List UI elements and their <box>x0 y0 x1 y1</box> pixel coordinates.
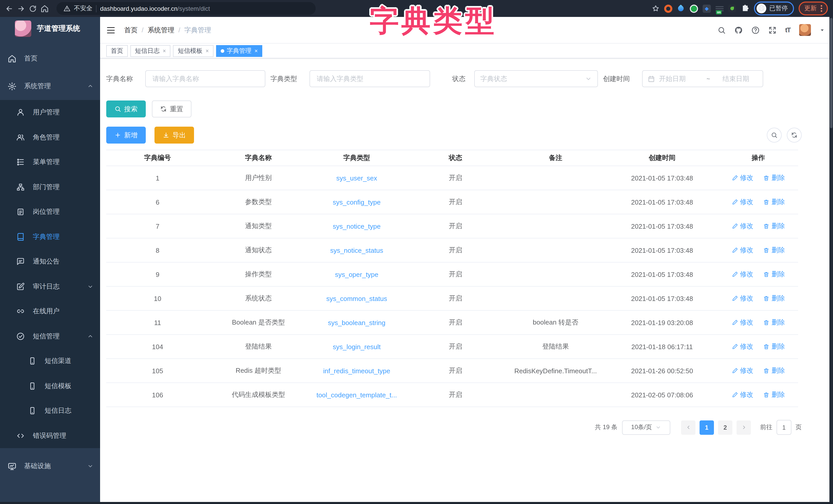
edit-link[interactable]: 修改 <box>732 173 753 182</box>
show-search-button[interactable] <box>767 128 782 143</box>
page-button-2[interactable]: 2 <box>718 420 732 434</box>
cell-dict-type-link[interactable]: sys_boolean_string <box>308 310 405 334</box>
reload-icon[interactable] <box>29 4 37 12</box>
sidebar-item-dept-mgmt[interactable]: 部门管理 <box>0 175 100 199</box>
github-icon[interactable] <box>734 26 742 34</box>
close-tab-icon[interactable]: × <box>163 48 166 54</box>
page-size-select[interactable]: 10条/页 <box>622 420 670 434</box>
dict-type-input[interactable] <box>309 70 430 87</box>
delete-link[interactable]: 删除 <box>763 197 785 207</box>
sidebar-item-system[interactable]: 系统管理 <box>0 72 100 100</box>
delete-link[interactable]: 删除 <box>763 270 785 279</box>
refresh-table-button[interactable] <box>787 128 802 143</box>
font-size-icon[interactable]: tT <box>785 26 790 34</box>
goto-page-input[interactable] <box>777 420 791 435</box>
tab-sms-log[interactable]: 短信日志 × <box>130 45 171 57</box>
delete-link[interactable]: 删除 <box>763 246 785 255</box>
extension-icon-2[interactable] <box>677 4 685 12</box>
sidebar-item-menu-mgmt[interactable]: 菜单管理 <box>0 150 100 175</box>
prev-page-button[interactable] <box>681 420 695 434</box>
app-logo-row[interactable]: 芋道管理系统 <box>0 17 100 41</box>
delete-link[interactable]: 删除 <box>763 342 785 351</box>
edit-link[interactable]: 修改 <box>732 270 753 279</box>
sidebar-item-post-mgmt[interactable]: 岗位管理 <box>0 199 100 224</box>
sidebar-item-role-mgmt[interactable]: 角色管理 <box>0 125 100 150</box>
edit-link[interactable]: 修改 <box>732 222 753 231</box>
browser-home-icon[interactable] <box>41 4 49 12</box>
edit-link[interactable]: 修改 <box>732 246 753 255</box>
browser-update-chip[interactable]: 更新 <box>799 2 828 16</box>
sidebar-item-online-users[interactable]: 在线用户 <box>0 299 100 324</box>
edit-link[interactable]: 修改 <box>732 390 753 399</box>
bookmark-star-icon[interactable] <box>652 5 660 12</box>
tab-dict-mgmt[interactable]: 字典管理 × <box>216 45 263 57</box>
sidebar-item-sms-log[interactable]: 短信日志 <box>0 398 100 423</box>
close-tab-icon[interactable]: × <box>255 48 258 54</box>
edit-link[interactable]: 修改 <box>732 318 753 327</box>
cell-dict-type-link[interactable]: sys_oper_type <box>308 262 405 286</box>
sidebar-item-error-code[interactable]: 错误码管理 <box>0 423 100 448</box>
scrollbar-thumb[interactable] <box>830 18 832 128</box>
next-page-button[interactable] <box>737 420 751 434</box>
cell-dict-type-link[interactable]: inf_redis_timeout_type <box>308 359 405 383</box>
close-tab-icon[interactable]: × <box>206 48 209 54</box>
extension-icon-6[interactable] <box>728 4 737 12</box>
tab-sms-template[interactable]: 短信模板 × <box>173 45 214 57</box>
collapse-sidebar-icon[interactable] <box>106 25 116 34</box>
breadcrumb-system[interactable]: 系统管理 <box>147 25 174 34</box>
tab-home[interactable]: 首页 <box>106 45 128 57</box>
address-bar[interactable]: 不安全 dashboard.yudao.iocoder.cn/system/di… <box>56 2 316 15</box>
cell-dict-type-link[interactable]: sys_common_status <box>308 286 405 310</box>
sidebar-item-home[interactable]: 首页 <box>0 45 100 72</box>
window-scrollbar[interactable] <box>829 17 833 502</box>
cell-dict-type-link[interactable]: tool_codegen_template_t... <box>308 383 405 407</box>
add-button[interactable]: 新增 <box>106 127 146 144</box>
edit-link[interactable]: 修改 <box>732 366 753 375</box>
delete-link[interactable]: 删除 <box>763 222 785 231</box>
sidebar-item-user-mgmt[interactable]: 用户管理 <box>0 100 100 125</box>
extension-icon-1[interactable] <box>664 4 672 12</box>
search-icon[interactable] <box>717 26 725 34</box>
back-icon[interactable] <box>5 4 13 12</box>
caret-down-icon[interactable] <box>820 27 825 32</box>
help-icon[interactable] <box>751 26 759 34</box>
cell-dict-type-link[interactable]: sys_login_result <box>308 334 405 359</box>
sidebar-item-sms-template[interactable]: 短信模板 <box>0 374 100 398</box>
browser-menu-icon[interactable] <box>821 5 822 12</box>
cell-dict-type-link[interactable]: sys_config_type <box>308 190 405 214</box>
sidebar-item-dict-mgmt[interactable]: 字典管理 <box>0 224 100 249</box>
export-button[interactable]: 导出 <box>154 127 194 144</box>
date-range-picker[interactable]: 开始日期 ~ 结束日期 <box>642 70 763 87</box>
breadcrumb-home[interactable]: 首页 <box>124 25 138 34</box>
extensions-puzzle-icon[interactable] <box>741 4 749 12</box>
page-button-1[interactable]: 1 <box>699 420 714 434</box>
delete-link[interactable]: 删除 <box>763 173 785 182</box>
cell-dict-type-link[interactable]: sys_notice_status <box>308 238 405 262</box>
sidebar-item-notice[interactable]: 通知公告 <box>0 249 100 274</box>
app-title: 芋道管理系统 <box>37 24 80 33</box>
reset-button[interactable]: 重置 <box>152 100 191 118</box>
status-select[interactable]: 字典状态 <box>474 70 598 87</box>
delete-link[interactable]: 删除 <box>763 366 785 375</box>
sidebar-item-sms-channel[interactable]: 短信渠道 <box>0 349 100 374</box>
dict-name-input[interactable] <box>145 70 265 87</box>
sidebar-item-sms-mgmt[interactable]: 短信管理 <box>0 324 100 349</box>
extension-icon-5[interactable]: on <box>715 4 724 12</box>
sidebar-item-audit-log[interactable]: 审计日志 <box>0 274 100 299</box>
paused-extension-chip[interactable]: 😄 已暂停 <box>754 2 794 16</box>
edit-link[interactable]: 修改 <box>732 342 753 351</box>
delete-link[interactable]: 删除 <box>763 390 785 399</box>
fullscreen-icon[interactable] <box>768 26 776 34</box>
cell-dict-type-link[interactable]: sys_notice_type <box>308 214 405 238</box>
extension-icon-3[interactable] <box>690 4 698 12</box>
search-button[interactable]: 搜索 <box>106 100 146 118</box>
edit-link[interactable]: 修改 <box>732 197 753 207</box>
delete-link[interactable]: 删除 <box>763 294 785 303</box>
avatar[interactable] <box>799 24 811 36</box>
extension-icon-4[interactable]: ◆ <box>703 4 711 12</box>
forward-icon[interactable] <box>17 4 25 12</box>
edit-link[interactable]: 修改 <box>732 294 753 303</box>
delete-link[interactable]: 删除 <box>763 318 785 327</box>
sidebar-item-infra[interactable]: 基础设施 <box>0 452 100 480</box>
cell-dict-type-link[interactable]: sys_user_sex <box>308 166 405 190</box>
